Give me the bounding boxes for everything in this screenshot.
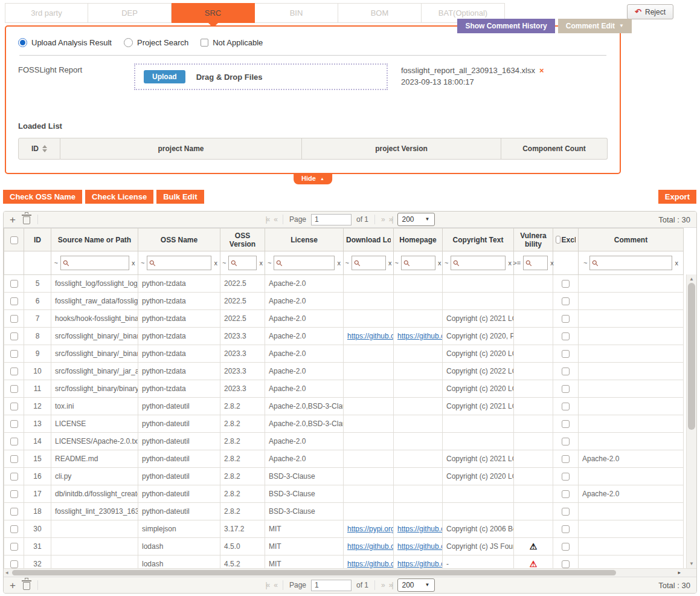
filter-clear-icon[interactable]: x: [388, 259, 392, 267]
remove-file-icon[interactable]: ×: [539, 66, 544, 75]
pager-last-icon[interactable]: »|: [389, 581, 393, 589]
filter-clear-icon[interactable]: x: [675, 259, 678, 267]
exclude-checkbox[interactable]: [562, 473, 570, 481]
loaded-list-col-project-name[interactable]: project Name: [60, 138, 302, 160]
exclude-checkbox[interactable]: [562, 508, 570, 516]
filter-clear-icon[interactable]: x: [508, 259, 512, 267]
page-size-select[interactable]: 200▼: [397, 213, 435, 226]
add-row-icon[interactable]: +: [10, 215, 16, 225]
filter-clear-icon[interactable]: x: [550, 259, 554, 267]
filter-input-oss_name[interactable]: [157, 259, 209, 267]
exclude-checkbox[interactable]: [562, 315, 570, 323]
filter-input-copyright[interactable]: [461, 259, 503, 267]
tab-dep[interactable]: DEP: [88, 3, 172, 23]
exclude-checkbox[interactable]: [562, 280, 570, 288]
col-header-copyright[interactable]: Copyright Text: [443, 228, 514, 251]
project-search-radio[interactable]: [124, 38, 133, 47]
loaded-list-col-id[interactable]: ID: [18, 138, 60, 160]
page-number-input[interactable]: [311, 580, 352, 591]
check-oss-name-button[interactable]: Check OSS Name: [3, 190, 82, 204]
exclude-checkbox[interactable]: [562, 525, 570, 533]
row-select-checkbox[interactable]: [10, 438, 18, 445]
tab-3rd-party[interactable]: 3rd party: [5, 3, 88, 23]
row-select-checkbox[interactable]: [10, 297, 18, 305]
exclude-checkbox[interactable]: [562, 385, 570, 393]
filter-input-download[interactable]: [362, 259, 384, 267]
row-select-checkbox[interactable]: [10, 455, 18, 463]
row-select-checkbox[interactable]: [10, 508, 18, 516]
vertical-scrollbar-thumb[interactable]: [688, 283, 695, 430]
filter-clear-icon[interactable]: x: [214, 259, 217, 267]
pager-prev-icon[interactable]: «: [274, 215, 277, 224]
exclude-checkbox[interactable]: [562, 332, 570, 340]
row-select-checkbox[interactable]: [10, 420, 18, 428]
filter-input-comment[interactable]: [600, 259, 670, 267]
row-select-checkbox[interactable]: [10, 543, 18, 551]
exclude-checkbox[interactable]: [562, 490, 570, 498]
loaded-list-col-project-version[interactable]: project Version: [302, 138, 501, 160]
scroll-left-icon[interactable]: ◂: [5, 569, 8, 577]
exclude-checkbox[interactable]: [562, 438, 570, 445]
trash-icon[interactable]: [23, 582, 30, 590]
filter-clear-icon[interactable]: x: [132, 259, 135, 267]
hide-panel-button[interactable]: Hide ▲: [294, 173, 332, 184]
filter-clear-icon[interactable]: x: [438, 259, 442, 267]
exclude-checkbox[interactable]: [562, 420, 570, 428]
exclude-checkbox[interactable]: [562, 403, 570, 410]
col-header-oss_name[interactable]: OSS Name: [138, 228, 220, 251]
scroll-down-icon[interactable]: ▼: [687, 561, 696, 566]
col-header-comment[interactable]: Comment: [579, 228, 684, 251]
exclude-checkbox[interactable]: [562, 560, 570, 568]
tab-bin[interactable]: BIN: [255, 3, 338, 23]
show-comment-history-button[interactable]: Show Comment History: [457, 19, 554, 33]
filter-clear-icon[interactable]: x: [259, 259, 263, 267]
col-header-sel[interactable]: [4, 228, 24, 251]
tab-src[interactable]: SRC: [172, 3, 255, 23]
pager-next-icon[interactable]: »: [381, 581, 384, 589]
row-select-checkbox[interactable]: [10, 368, 18, 375]
download-link[interactable]: https://github.co: [347, 560, 394, 568]
exclude-checkbox[interactable]: [562, 543, 570, 551]
vertical-scrollbar[interactable]: ▲ ▼: [686, 274, 696, 568]
col-header-vulnerability[interactable]: Vulnera bility: [514, 228, 553, 251]
filter-input-oss_version[interactable]: [239, 259, 254, 267]
filter-input-source[interactable]: [71, 259, 127, 267]
comment-edit-button[interactable]: Comment Edit ▼: [558, 19, 632, 33]
not-applicable-checkbox[interactable]: [201, 39, 208, 47]
file-dropzone[interactable]: Upload Drag & Drop Files: [134, 63, 388, 90]
row-select-checkbox[interactable]: [10, 490, 18, 498]
filter-input-license[interactable]: [284, 259, 332, 267]
check-license-button[interactable]: Check License: [85, 190, 153, 204]
exclude-checkbox[interactable]: [562, 350, 570, 358]
row-select-checkbox[interactable]: [10, 473, 18, 481]
upload-analysis-radio[interactable]: [18, 38, 27, 47]
download-link[interactable]: https://pypi.org/: [347, 525, 394, 533]
pager-first-icon[interactable]: |«: [265, 581, 269, 589]
homepage-link[interactable]: https://github.co: [397, 560, 443, 568]
download-link[interactable]: https://github.co: [347, 542, 394, 551]
row-select-checkbox[interactable]: [10, 525, 18, 533]
download-link[interactable]: https://github.co: [347, 332, 394, 340]
col-header-download[interactable]: Download Location: [344, 228, 394, 251]
row-select-checkbox[interactable]: [10, 280, 18, 288]
col-header-source[interactable]: Source Name or Path: [51, 228, 138, 251]
row-select-checkbox[interactable]: [10, 560, 18, 568]
homepage-link[interactable]: https://github.co: [397, 542, 443, 551]
horizontal-scrollbar[interactable]: ◂ ▸: [4, 568, 696, 577]
col-header-license[interactable]: License: [265, 228, 344, 251]
scroll-up-icon[interactable]: ▲: [687, 276, 696, 282]
row-select-checkbox[interactable]: [10, 385, 18, 393]
loaded-list-col-component-count[interactable]: Component Count: [501, 138, 608, 160]
col-header-exclude[interactable]: Exclude: [553, 228, 579, 251]
exclude-checkbox[interactable]: [562, 297, 570, 305]
pager-last-icon[interactable]: »|: [389, 215, 393, 224]
page-number-input[interactable]: [311, 214, 352, 225]
filter-input-homepage[interactable]: [411, 259, 433, 267]
scroll-right-icon[interactable]: ▸: [678, 569, 681, 577]
col-header-homepage[interactable]: Homepage: [394, 228, 443, 251]
pager-next-icon[interactable]: »: [381, 215, 384, 224]
homepage-link[interactable]: https://github.co: [397, 332, 443, 340]
page-size-select[interactable]: 200▼: [397, 578, 435, 592]
export-button[interactable]: Export: [658, 190, 696, 204]
row-select-checkbox[interactable]: [10, 315, 18, 323]
